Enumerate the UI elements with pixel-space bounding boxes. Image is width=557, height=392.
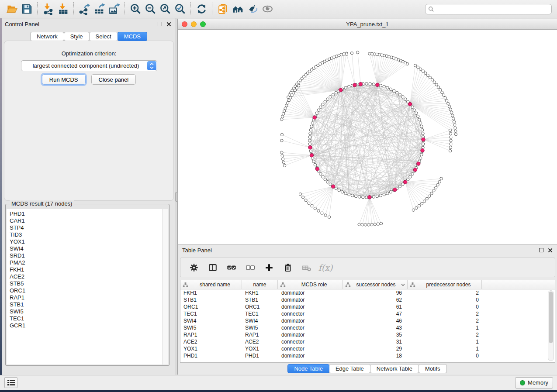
show-graphics-details-button[interactable] xyxy=(260,2,275,17)
close-window-icon[interactable] xyxy=(182,21,187,27)
mcds-hub-node[interactable] xyxy=(359,83,362,86)
mcds-result-item[interactable]: SWI5 xyxy=(10,308,162,315)
mcds-result-list[interactable]: PHD1CAR1STP4TID3YOX1SWI4SRD1PMA2FKH1ACE2… xyxy=(7,209,162,364)
zoom-in-button[interactable] xyxy=(128,2,143,17)
table-row[interactable]: ORC1ORC1dominator610 xyxy=(180,303,555,310)
table-row[interactable]: TEC1TEC1connector472 xyxy=(180,310,555,317)
list-scrollbar[interactable] xyxy=(162,209,168,364)
mcds-result-item[interactable]: STB5 xyxy=(10,280,162,287)
table-settings-button[interactable] xyxy=(188,262,200,273)
show-columns-button[interactable] xyxy=(207,262,218,273)
mcds-hub-node[interactable] xyxy=(376,83,379,86)
mcds-result-item[interactable]: STB1 xyxy=(10,301,162,308)
mcds-result-item[interactable]: TEC1 xyxy=(10,315,162,322)
table-row[interactable]: ACE2ACE2connector311 xyxy=(180,338,555,345)
tab-select[interactable]: Select xyxy=(89,32,118,41)
mcds-hub-node[interactable] xyxy=(422,138,425,141)
mcds-result-item[interactable]: FKH1 xyxy=(10,266,162,273)
hide-graphics-details-button[interactable] xyxy=(245,2,260,17)
column-header-shared-name[interactable]: shared name xyxy=(180,280,242,289)
table-row[interactable]: YOX1YOX1connector291 xyxy=(180,345,555,352)
mcds-hub-node[interactable] xyxy=(417,162,420,165)
mcds-result-item[interactable]: STP4 xyxy=(10,224,162,231)
table-row[interactable]: PHD1PHD1dominator180 xyxy=(180,352,555,359)
function-builder-button[interactable]: f(x) xyxy=(320,262,331,273)
export-table-button[interactable] xyxy=(92,2,107,17)
float-window-icon[interactable] xyxy=(158,22,162,26)
apply-layout-button[interactable] xyxy=(194,2,209,17)
add-row-button[interactable] xyxy=(263,262,275,273)
tab-network[interactable]: Network xyxy=(30,32,64,41)
mcds-result-item[interactable]: PHD1 xyxy=(10,210,162,217)
clone-network-button[interactable] xyxy=(215,2,230,17)
mcds-hub-node[interactable] xyxy=(368,196,371,199)
deselect-all-button[interactable] xyxy=(245,262,256,273)
mcds-result-item[interactable]: ACE2 xyxy=(10,273,162,280)
mcds-result-item[interactable]: CAR1 xyxy=(10,217,162,224)
search-input[interactable] xyxy=(436,5,549,13)
delete-table-button[interactable] xyxy=(301,262,312,273)
mcds-hub-node[interactable] xyxy=(339,88,343,92)
network-graph[interactable] xyxy=(178,30,557,244)
network-canvas[interactable] xyxy=(178,30,557,244)
close-panel-icon[interactable] xyxy=(548,248,553,253)
export-image-button[interactable] xyxy=(107,2,121,17)
save-session-button[interactable] xyxy=(19,2,34,17)
mcds-hub-node[interactable] xyxy=(403,180,407,184)
zoom-selected-button[interactable] xyxy=(173,2,187,17)
mcds-hub-node[interactable] xyxy=(313,116,316,119)
optimization-criterion-select[interactable]: largest connected component (undirected) xyxy=(21,60,157,71)
mcds-result-item[interactable]: GCR1 xyxy=(10,322,162,329)
tab-motifs[interactable]: Motifs xyxy=(419,364,447,373)
mcds-hub-node[interactable] xyxy=(310,153,313,157)
mcds-result-item[interactable]: ORC1 xyxy=(10,287,162,294)
close-panel-button[interactable]: Close panel xyxy=(91,74,136,85)
mcds-result-item[interactable]: SRD1 xyxy=(10,252,162,259)
mcds-result-item[interactable]: RAP1 xyxy=(10,294,162,301)
mcds-hub-node[interactable] xyxy=(331,185,335,188)
tab-style[interactable]: Style xyxy=(64,32,90,41)
float-window-icon[interactable] xyxy=(539,248,543,252)
table-row[interactable]: FKH1FKH1dominator962 xyxy=(180,289,555,296)
network-manager-button[interactable] xyxy=(230,2,245,17)
mcds-result-item[interactable]: TID3 xyxy=(10,231,162,238)
task-history-button[interactable] xyxy=(4,377,17,388)
tab-edge-table[interactable]: Edge Table xyxy=(329,364,370,373)
import-table-button[interactable] xyxy=(55,2,70,17)
tab-mcds[interactable]: MCDS xyxy=(118,32,147,41)
zoom-fit-button[interactable] xyxy=(158,2,173,17)
scrollbar-thumb[interactable] xyxy=(549,292,553,343)
mcds-hub-node[interactable] xyxy=(353,83,356,87)
column-header-name[interactable]: name xyxy=(242,280,278,289)
network-titlebar[interactable]: YPA_prune.txt_1 xyxy=(178,19,557,30)
minimize-window-icon[interactable] xyxy=(191,21,197,27)
mcds-hub-node[interactable] xyxy=(308,146,312,149)
search-box[interactable] xyxy=(425,4,552,14)
tab-network-table[interactable]: Network Table xyxy=(370,364,419,373)
maximize-window-icon[interactable] xyxy=(200,21,206,27)
tab-node-table[interactable]: Node Table xyxy=(287,364,329,373)
mcds-hub-node[interactable] xyxy=(408,102,412,106)
column-header-mcds-role[interactable]: MCDS role xyxy=(278,280,343,289)
mcds-hub-node[interactable] xyxy=(315,167,319,171)
table-row[interactable]: SWI4SWI4dominator462 xyxy=(180,317,555,324)
table-row[interactable]: SWI5SWI5connector431 xyxy=(180,324,555,331)
zoom-out-button[interactable] xyxy=(143,2,158,17)
select-all-button[interactable] xyxy=(226,262,237,273)
mcds-result-item[interactable]: PMA2 xyxy=(10,259,162,266)
mcds-result-item[interactable]: YOX1 xyxy=(10,238,162,245)
mcds-result-item[interactable]: SWI4 xyxy=(10,245,162,252)
column-header-predecessor-nodes[interactable]: predecessor nodes xyxy=(408,280,482,289)
open-session-button[interactable] xyxy=(4,2,19,17)
column-header-successor-nodes[interactable]: successor nodes xyxy=(343,280,408,289)
delete-row-button[interactable] xyxy=(282,262,294,273)
table-scrollbar[interactable] xyxy=(548,290,554,361)
mcds-hub-node[interactable] xyxy=(393,188,397,191)
import-network-button[interactable] xyxy=(41,2,55,17)
export-network-button[interactable] xyxy=(77,2,92,17)
run-mcds-button[interactable]: Run MCDS xyxy=(42,74,86,85)
table-row[interactable]: RAP1RAP1dominator352 xyxy=(180,331,555,338)
memory-button[interactable]: Memory xyxy=(515,377,553,389)
table-row[interactable]: STB1STB1dominator620 xyxy=(180,296,555,303)
mcds-hub-node[interactable] xyxy=(421,148,424,152)
